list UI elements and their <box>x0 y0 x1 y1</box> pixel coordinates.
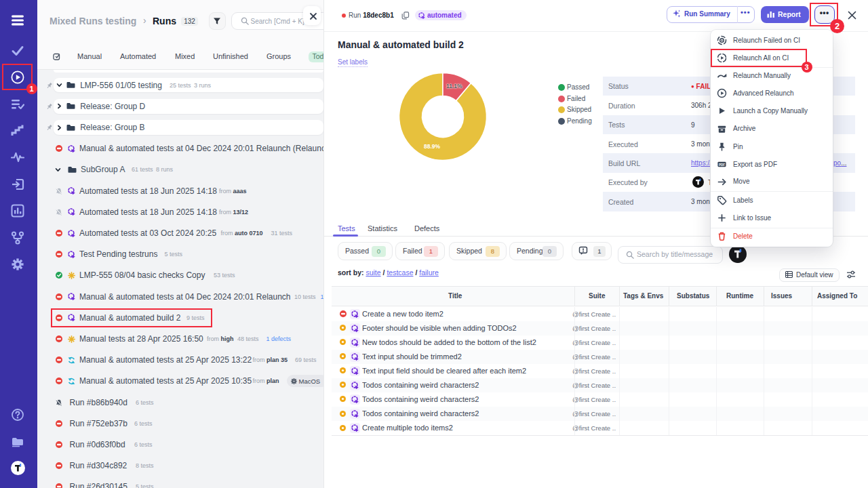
svg-text:PDF: PDF <box>719 163 725 167</box>
